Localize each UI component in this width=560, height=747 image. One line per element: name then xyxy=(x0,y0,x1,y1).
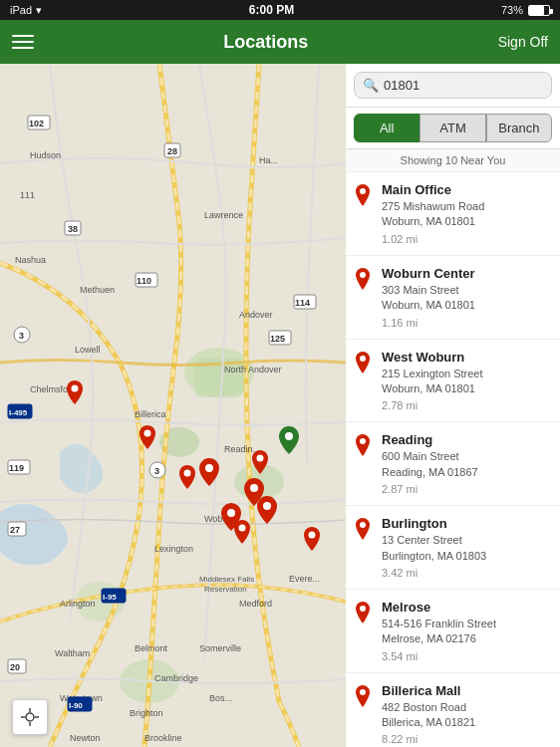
pin-icon xyxy=(354,352,376,377)
svg-point-69 xyxy=(205,464,213,472)
svg-text:114: 114 xyxy=(295,298,310,308)
svg-point-81 xyxy=(360,188,366,194)
location-distance: 8.22 mi xyxy=(382,733,552,745)
location-name: Main Office xyxy=(382,182,552,197)
battery-percent: 73% xyxy=(501,4,523,16)
status-time: 6:00 PM xyxy=(249,3,294,17)
location-info: West Woburn 215 Lexington StreetWoburn, … xyxy=(382,350,552,412)
map-background: Hudson 111 Nashua Methuen Lawrence Ha...… xyxy=(0,64,346,747)
svg-text:Arlington: Arlington xyxy=(60,599,96,609)
location-name: Burlington xyxy=(382,516,552,531)
svg-point-87 xyxy=(360,689,366,695)
svg-point-72 xyxy=(184,470,191,477)
svg-text:111: 111 xyxy=(20,190,35,200)
location-address: 13 Center StreetBurlington, MA 01803 xyxy=(382,533,552,564)
my-location-button[interactable] xyxy=(12,699,48,735)
svg-point-71 xyxy=(144,430,151,437)
location-name: Melrose xyxy=(382,600,552,615)
page-title: Locations xyxy=(223,32,308,53)
svg-text:I-95: I-95 xyxy=(103,593,117,602)
svg-text:Bos...: Bos... xyxy=(209,693,232,703)
location-info: Reading 600 Main StreetReading, MA 01867… xyxy=(382,432,552,495)
svg-text:110: 110 xyxy=(137,276,151,286)
right-panel: 🔍 All ATM Branch Showing 10 Near You Mai… xyxy=(346,64,560,747)
sign-off-button[interactable]: Sign Off xyxy=(498,34,548,50)
svg-text:Medford: Medford xyxy=(239,599,272,609)
search-input-wrap: 🔍 xyxy=(354,72,552,99)
pin-icon xyxy=(354,184,376,210)
location-address: 275 Mishawum RoadWoburn, MA 01801 xyxy=(382,199,552,230)
status-right: 73% xyxy=(501,4,550,16)
svg-text:125: 125 xyxy=(270,334,285,344)
search-icon: 🔍 xyxy=(363,78,379,93)
ipad-label: iPad xyxy=(10,4,32,16)
wifi-icon: ▾ xyxy=(36,4,42,17)
menu-button[interactable] xyxy=(12,35,34,49)
svg-text:Reservation: Reservation xyxy=(204,585,247,594)
list-item[interactable]: Billerica Mall 482 Boston RoadBillerica,… xyxy=(346,673,560,747)
pin-icon xyxy=(354,434,376,460)
svg-point-70 xyxy=(72,385,79,392)
list-item[interactable]: Reading 600 Main StreetReading, MA 01867… xyxy=(346,422,560,506)
list-item[interactable]: Melrose 514-516 Franklin StreetMelrose, … xyxy=(346,590,560,673)
svg-point-67 xyxy=(227,509,235,517)
search-input[interactable] xyxy=(384,78,543,93)
location-address: 303 Main StreetWoburn, MA 01801 xyxy=(382,283,552,314)
list-item[interactable]: Woburn Center 303 Main StreetWoburn, MA … xyxy=(346,256,560,340)
filter-branch-button[interactable]: Branch xyxy=(486,114,552,142)
svg-text:Newton: Newton xyxy=(70,733,101,743)
svg-text:Middlesex Falls: Middlesex Falls xyxy=(199,575,254,584)
svg-text:102: 102 xyxy=(29,119,44,128)
svg-text:Hudson: Hudson xyxy=(30,150,61,160)
battery-icon xyxy=(528,5,550,16)
svg-text:Brookline: Brookline xyxy=(144,733,182,743)
location-info: Melrose 514-516 Franklin StreetMelrose, … xyxy=(382,600,552,662)
svg-text:Somerville: Somerville xyxy=(199,643,241,653)
svg-text:Andover: Andover xyxy=(239,310,273,320)
location-info: Billerica Mall 482 Boston RoadBillerica,… xyxy=(382,683,552,746)
location-distance: 1.02 mi xyxy=(382,233,552,245)
filter-all-button[interactable]: All xyxy=(354,114,420,142)
svg-point-84 xyxy=(360,438,366,444)
svg-point-83 xyxy=(360,356,366,362)
svg-text:119: 119 xyxy=(9,463,24,473)
svg-text:Nashua: Nashua xyxy=(15,255,46,265)
location-distance: 3.42 mi xyxy=(382,567,552,579)
location-distance: 2.87 mi xyxy=(382,483,552,495)
map-container[interactable]: Hudson 111 Nashua Methuen Lawrence Ha...… xyxy=(0,64,346,747)
list-item[interactable]: Burlington 13 Center StreetBurlington, M… xyxy=(346,506,560,590)
svg-point-76 xyxy=(26,713,34,721)
svg-text:Lexington: Lexington xyxy=(154,544,193,554)
location-info: Woburn Center 303 Main StreetWoburn, MA … xyxy=(382,266,552,329)
pin-icon xyxy=(354,268,376,294)
filter-atm-button[interactable]: ATM xyxy=(420,114,485,142)
filter-row: All ATM Branch xyxy=(346,108,560,149)
list-item[interactable]: West Woburn 215 Lexington StreetWoburn, … xyxy=(346,340,560,423)
svg-point-75 xyxy=(257,455,264,462)
map-svg: Hudson 111 Nashua Methuen Lawrence Ha...… xyxy=(0,64,346,747)
svg-text:Brighton: Brighton xyxy=(130,708,163,718)
location-name: Reading xyxy=(382,432,552,447)
svg-text:20: 20 xyxy=(10,662,20,672)
location-name: Billerica Mall xyxy=(382,683,552,698)
location-info: Main Office 275 Mishawum RoadWoburn, MA … xyxy=(382,182,552,245)
svg-point-82 xyxy=(360,272,366,278)
svg-point-73 xyxy=(239,525,246,532)
pin-icon xyxy=(354,685,376,711)
location-name: West Woburn xyxy=(382,350,552,365)
svg-point-74 xyxy=(309,532,316,539)
svg-point-66 xyxy=(263,502,271,510)
svg-text:Billerica: Billerica xyxy=(135,409,166,419)
main-content: Hudson 111 Nashua Methuen Lawrence Ha...… xyxy=(0,64,560,747)
search-bar: 🔍 xyxy=(346,64,560,108)
svg-text:Evere...: Evere... xyxy=(289,574,320,584)
svg-text:Cambridge: Cambridge xyxy=(154,673,198,683)
svg-text:28: 28 xyxy=(167,146,177,156)
pin-icon xyxy=(354,602,376,627)
status-bar: iPad ▾ 6:00 PM 73% xyxy=(0,0,560,20)
svg-text:Waltham: Waltham xyxy=(55,648,90,658)
location-distance: 2.78 mi xyxy=(382,399,552,411)
list-item[interactable]: Main Office 275 Mishawum RoadWoburn, MA … xyxy=(346,172,560,256)
location-address: 215 Lexington StreetWoburn, MA 01801 xyxy=(382,367,552,397)
header: Locations Sign Off xyxy=(0,20,560,64)
